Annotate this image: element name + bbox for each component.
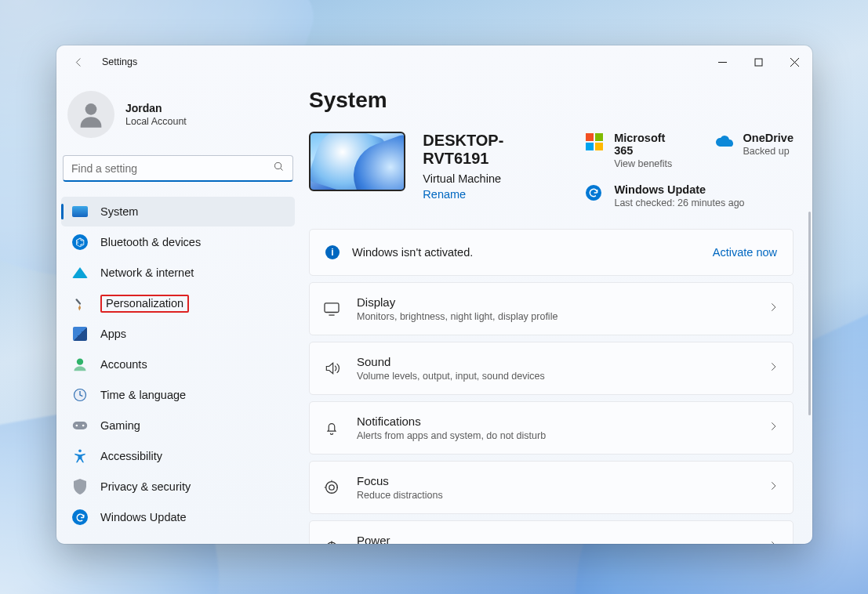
titlebar: Settings (56, 45, 812, 78)
nav-item-accounts[interactable]: Accounts (61, 350, 295, 379)
pc-name: DESKTOP-RVT6191 (423, 132, 568, 168)
svg-point-9 (78, 450, 82, 453)
svg-rect-3 (75, 299, 82, 305)
setting-title: Sound (357, 355, 545, 368)
minimize-button[interactable] (704, 45, 740, 78)
accessibility-icon (72, 448, 88, 464)
activate-now-link[interactable]: Activate now (713, 246, 777, 259)
chevron-right-icon (768, 480, 779, 494)
update-icon (72, 509, 88, 525)
setting-row-power[interactable]: PowerScreen and sleep, power mode (310, 521, 793, 544)
window-controls (704, 45, 812, 78)
nav-item-apps[interactable]: Apps (61, 319, 295, 349)
person-icon (75, 99, 107, 130)
setting-title: Display (357, 295, 557, 309)
search-box[interactable] (63, 155, 293, 182)
close-icon (790, 58, 799, 67)
nav-item-accessibility[interactable]: Accessibility (61, 441, 295, 471)
paintbrush-icon (72, 295, 88, 311)
account-block[interactable]: Jordan Local Account (61, 81, 301, 149)
nav-item-network[interactable]: Network & internet (61, 258, 295, 288)
setting-card-display: DisplayMonitors, brightness, night light… (309, 282, 794, 335)
setting-sub: Monitors, brightness, night light, displ… (357, 311, 557, 322)
system-icon (72, 204, 88, 219)
tile-onedrive[interactable]: OneDriveBacked up (715, 132, 794, 169)
setting-sub: Alerts from apps and system, do not dist… (357, 430, 546, 441)
nav-item-windows-update[interactable]: Windows Update (61, 502, 295, 532)
minimize-icon (718, 58, 727, 67)
tile-sub: Last checked: 26 minutes ago (614, 197, 744, 208)
nav-item-time-language[interactable]: Time & language (61, 380, 295, 410)
page-title: System (309, 88, 794, 113)
pc-info: DESKTOP-RVT6191 Virtual Machine Rename (423, 132, 568, 201)
svg-point-2 (275, 163, 281, 169)
power-icon (321, 539, 343, 544)
bell-icon (321, 419, 343, 436)
shield-icon (72, 479, 88, 494)
setting-row-display[interactable]: DisplayMonitors, brightness, night light… (310, 283, 793, 335)
chevron-right-icon (768, 302, 779, 316)
nav-label: Apps (100, 328, 126, 340)
tile-title: OneDrive (743, 132, 794, 144)
tile-title: Microsoft 365 (614, 132, 686, 157)
rename-link[interactable]: Rename (423, 188, 568, 201)
svg-rect-6 (73, 422, 87, 429)
gamepad-icon (72, 418, 88, 433)
svg-point-11 (326, 482, 338, 494)
activation-row[interactable]: i Windows isn't activated. Activate now (310, 230, 793, 275)
bluetooth-icon: ⌬ (72, 234, 88, 250)
nav-label: Accessibility (100, 450, 162, 462)
nav-label: Gaming (100, 419, 140, 432)
svg-point-12 (329, 485, 334, 490)
search-input[interactable] (64, 156, 292, 180)
maximize-icon (754, 58, 763, 67)
setting-sub: Reduce distractions (357, 490, 443, 501)
pc-type: Virtual Machine (423, 172, 568, 185)
maximize-button[interactable] (740, 45, 776, 78)
svg-rect-0 (755, 59, 762, 66)
account-sub: Local Account (125, 116, 187, 127)
chevron-right-icon (768, 421, 779, 435)
nav-item-system[interactable]: System (61, 197, 295, 226)
nav-item-personalization[interactable]: Personalization (61, 288, 295, 318)
nav-item-gaming[interactable]: Gaming (61, 411, 295, 440)
svg-point-4 (77, 359, 83, 365)
setting-card-focus: FocusReduce distractions (309, 461, 794, 514)
nav-item-bluetooth[interactable]: ⌬ Bluetooth & devices (61, 227, 295, 257)
system-header: DESKTOP-RVT6191 Virtual Machine Rename M… (306, 132, 794, 208)
tile-sub: View benefits (614, 158, 686, 169)
nav-label: Accounts (100, 358, 147, 371)
setting-card-sound: SoundVolume levels, output, input, sound… (309, 342, 794, 395)
m365-icon (586, 133, 605, 152)
close-button[interactable] (776, 45, 812, 78)
setting-sub: Volume levels, output, input, sound devi… (357, 371, 545, 382)
avatar (67, 91, 114, 138)
nav-label: Time & language (100, 389, 186, 401)
svg-point-7 (76, 425, 78, 427)
account-name: Jordan (125, 102, 187, 114)
update-icon (586, 185, 605, 204)
scrollbar[interactable] (808, 212, 811, 415)
setting-title: Power (357, 534, 492, 544)
setting-row-sound[interactable]: SoundVolume levels, output, input, sound… (310, 342, 793, 394)
nav-item-privacy[interactable]: Privacy & security (61, 472, 295, 502)
setting-row-focus[interactable]: FocusReduce distractions (310, 462, 793, 513)
chevron-right-icon (768, 361, 779, 375)
svg-point-1 (85, 103, 97, 115)
tile-microsoft365[interactable]: Microsoft 365View benefits (586, 132, 686, 169)
activation-card: i Windows isn't activated. Activate now (309, 229, 794, 276)
window-title: Settings (102, 56, 137, 67)
svg-rect-10 (325, 303, 339, 313)
info-icon: i (325, 245, 340, 259)
onedrive-icon (715, 133, 734, 152)
wifi-icon (72, 265, 88, 281)
desktop-thumbnail[interactable] (309, 132, 405, 191)
tile-windows-update[interactable]: Windows UpdateLast checked: 26 minutes a… (586, 183, 794, 208)
back-button[interactable] (67, 51, 89, 73)
clock-globe-icon (72, 387, 88, 403)
chevron-right-icon (768, 540, 779, 544)
setting-row-notifications[interactable]: NotificationsAlerts from apps and system… (310, 402, 793, 454)
nav: System ⌬ Bluetooth & devices Network & i… (61, 196, 301, 533)
nav-label: Privacy & security (100, 480, 191, 493)
apps-icon (72, 326, 88, 342)
